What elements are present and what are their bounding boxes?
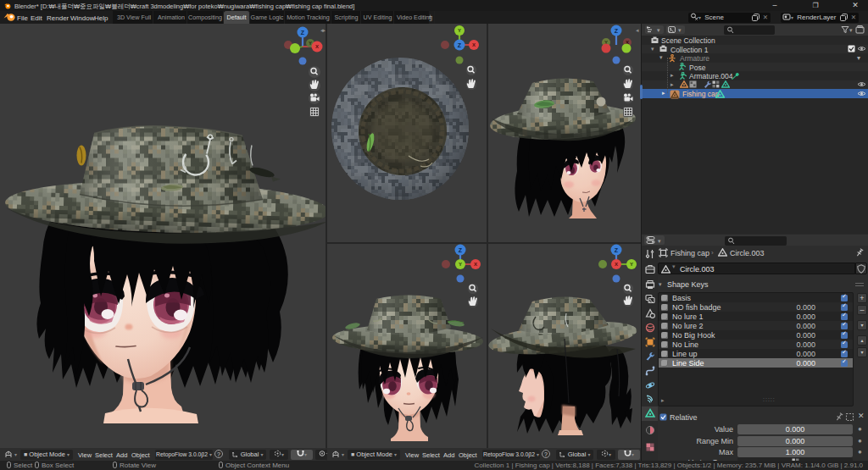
svg-text:Y: Y [458, 28, 461, 33]
svg-text:X: X [315, 44, 319, 49]
svg-text:X: X [474, 262, 477, 267]
svg-text:▾: ▾ [342, 452, 344, 457]
svg-text:▾: ▾ [791, 15, 793, 20]
svg-text:▾: ▾ [849, 27, 853, 33]
svg-text:Z: Z [459, 247, 463, 253]
svg-text:Z: Z [301, 30, 305, 36]
svg-text:Z: Z [615, 247, 619, 253]
svg-text:▾: ▾ [658, 238, 661, 244]
svg-text:Y: Y [459, 262, 462, 267]
svg-text:X: X [615, 262, 618, 267]
svg-text:Y: Y [309, 41, 312, 46]
svg-text:▾: ▾ [698, 15, 701, 20]
svg-text:X: X [472, 42, 476, 47]
svg-text:▾: ▾ [14, 452, 17, 457]
svg-text:▾: ▾ [657, 27, 660, 33]
svg-text:+: + [861, 25, 864, 30]
svg-text:Z: Z [458, 42, 462, 48]
svg-text:Z: Z [615, 28, 619, 34]
svg-text:Y: Y [630, 262, 633, 267]
svg-text:▾: ▾ [678, 27, 682, 33]
